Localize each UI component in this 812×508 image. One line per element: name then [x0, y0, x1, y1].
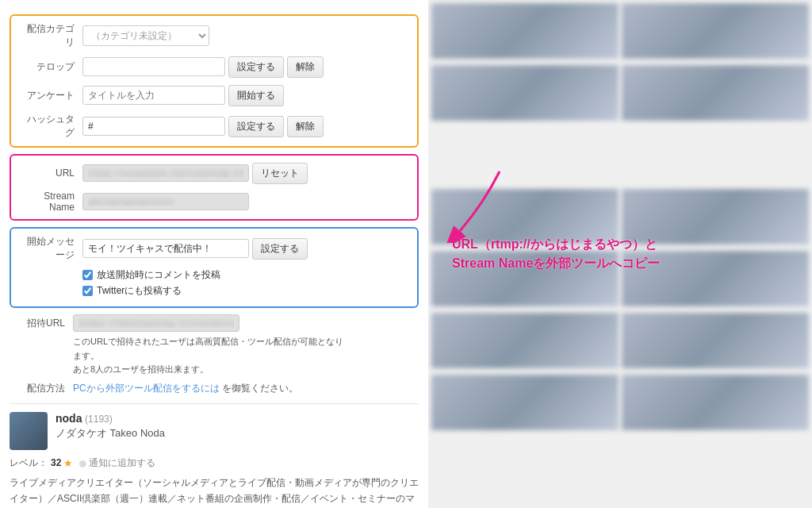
telop-row: テロップ 設定する 解除	[19, 56, 409, 78]
hashtag-input[interactable]	[82, 117, 225, 136]
profile-header: noda (1193) ノダタケオ Takeo Noda	[10, 412, 419, 450]
anketo-start-button[interactable]: 開始する	[228, 85, 284, 106]
thumb-grid-5	[428, 310, 812, 371]
delivery-section: 配信方法 PCから外部ツール配信をするには を御覧ください。	[10, 382, 419, 395]
thumb-grid-6	[428, 371, 812, 433]
message-row: 開始メッセージ 設定する	[19, 235, 409, 262]
invite-url-input[interactable]	[73, 314, 239, 332]
telop-reset-button[interactable]: 解除	[287, 56, 324, 78]
checkbox1-label: 放送開始時にコメントを投稿	[97, 268, 220, 282]
telop-input[interactable]	[82, 57, 225, 76]
invite-description: このURLで招待されたユーザは高画質配信・ツール配信が可能となり ます。 あと8…	[73, 335, 419, 377]
orange-section: 配信カテゴリ （カテゴリ未設定） テロップ 設定する 解除 アンケート 開始する…	[10, 14, 419, 148]
invite-url-label: 招待URL	[10, 317, 73, 330]
url-reset-button[interactable]: リセット	[252, 163, 308, 184]
profile-bio: ライブメディアクリエイター（ソーシャルメディアとライブ配信・動画メディアが専門の…	[10, 475, 419, 508]
thumb-12	[622, 375, 809, 430]
profile-name-jp: ノダタケオ Takeo Noda	[56, 426, 419, 441]
category-select[interactable]: （カテゴリ未設定）	[82, 25, 209, 46]
level-row: レベル： 32 ★ 通知に追加する	[10, 456, 419, 470]
thumb-10	[622, 313, 809, 368]
pink-section: URL リセット Stream Name	[10, 154, 419, 221]
profile-info: noda (1193) ノダタケオ Takeo Noda	[56, 412, 419, 441]
thumb-grid-top	[428, 0, 812, 62]
anketo-input[interactable]	[82, 86, 225, 105]
checkbox2-row: Twitterにも投稿する	[82, 284, 409, 298]
notify-add-link[interactable]: 通知に追加する	[79, 456, 155, 470]
delivery-link[interactable]: PCから外部ツール配信をするには	[73, 383, 220, 394]
invite-section: 招待URL このURLで招待されたユーザは高画質配信・ツール配信が可能となり ま…	[10, 314, 419, 377]
stream-name-input[interactable]	[82, 193, 249, 210]
hashtag-row: ハッシュタグ 設定する 解除	[19, 113, 409, 140]
delivery-row: 配信方法 PCから外部ツール配信をするには を御覧ください。	[10, 382, 419, 395]
thumb-11	[431, 375, 619, 430]
right-sidebar: URL（rtmp://からはじまるやつ）と Stream Nameを外部ツールへ…	[428, 0, 812, 508]
hashtag-reset-button[interactable]: 解除	[287, 116, 324, 137]
avatar	[10, 412, 48, 450]
url-row: URL リセット	[19, 162, 409, 184]
stream-name-label: Stream Name	[19, 190, 82, 213]
broadcast-comment-checkbox[interactable]	[82, 270, 93, 280]
category-label: 配信カテゴリ	[19, 22, 82, 49]
checkbox1-row: 放送開始時にコメントを投稿	[82, 268, 409, 282]
main-content: 配信カテゴリ （カテゴリ未設定） テロップ 設定する 解除 アンケート 開始する…	[0, 0, 428, 508]
url-label: URL	[19, 167, 82, 179]
telop-label: テロップ	[19, 60, 82, 74]
annotation-arrow	[444, 164, 508, 243]
message-label: 開始メッセージ	[19, 235, 82, 262]
thumb-grid-2	[428, 62, 812, 124]
telop-set-button[interactable]: 設定する	[228, 56, 284, 78]
thumb-3	[431, 65, 619, 121]
message-input[interactable]	[82, 239, 249, 258]
message-set-button[interactable]: 設定する	[252, 238, 308, 260]
thumb-2	[622, 3, 809, 59]
url-input[interactable]	[82, 164, 249, 182]
star-icon: ★	[63, 457, 73, 469]
profile-count: (1193)	[85, 414, 113, 425]
level-label: レベル：	[10, 456, 48, 470]
annotation-area: URL（rtmp://からはじまるやつ）と Stream Nameを外部ツールへ…	[444, 227, 812, 273]
hashtag-set-button[interactable]: 設定する	[228, 116, 284, 137]
level-number: 32	[51, 457, 61, 468]
blue-section: 開始メッセージ 設定する 放送開始時にコメントを投稿 Twitterにも投稿する	[10, 227, 419, 308]
checkbox2-label: Twitterにも投稿する	[97, 284, 182, 298]
delivery-text: PCから外部ツール配信をするには を御覧ください。	[73, 382, 298, 395]
invite-url-row: 招待URL	[10, 314, 419, 332]
anketo-row: アンケート 開始する	[19, 84, 409, 106]
thumb-4	[622, 65, 809, 121]
profile-name-row: noda (1193)	[56, 412, 419, 425]
profile-username[interactable]: noda	[56, 412, 82, 425]
anketo-label: アンケート	[19, 89, 82, 102]
delivery-label: 配信方法	[10, 382, 73, 395]
category-row: 配信カテゴリ （カテゴリ未設定）	[19, 22, 409, 49]
thumb-1	[431, 3, 619, 59]
hashtag-label: ハッシュタグ	[19, 113, 82, 140]
thumb-9	[431, 313, 619, 368]
twitter-post-checkbox[interactable]	[82, 286, 93, 296]
profile-section: noda (1193) ノダタケオ Takeo Noda レベル： 32 ★ 通…	[10, 403, 419, 508]
stream-name-row: Stream Name	[19, 190, 409, 213]
